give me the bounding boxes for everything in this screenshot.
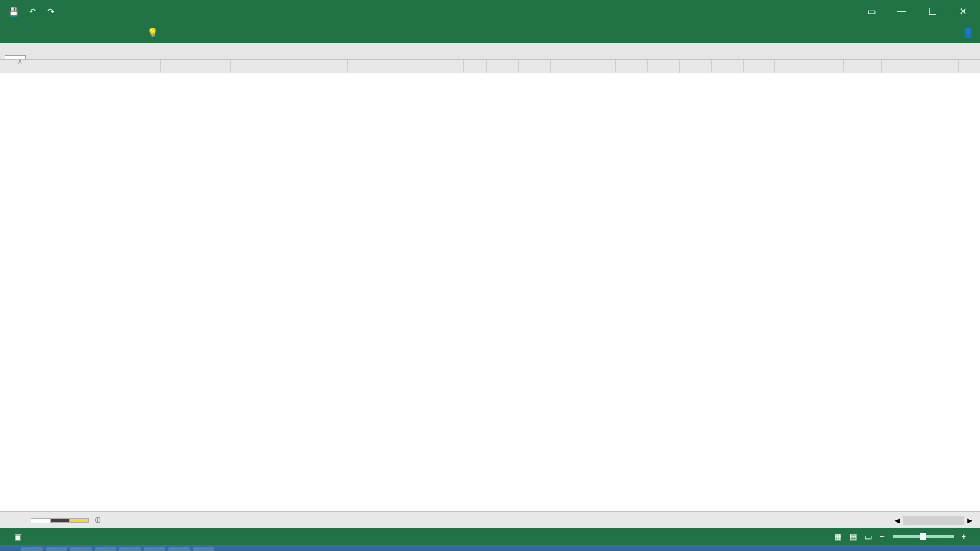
add-sheet-icon[interactable]: ⊕ xyxy=(94,515,101,525)
col-M[interactable] xyxy=(712,60,744,73)
col-O[interactable] xyxy=(775,60,805,73)
col-L[interactable] xyxy=(680,60,712,73)
select-all[interactable] xyxy=(0,60,18,73)
col-P[interactable] xyxy=(805,60,844,73)
sheet-area xyxy=(0,73,980,511)
sheet-tab-archive[interactable] xyxy=(50,518,70,523)
scroll-left-icon[interactable]: ◄ xyxy=(893,516,901,525)
save-icon[interactable]: 💾 xyxy=(6,4,21,19)
col-A[interactable] xyxy=(18,60,161,73)
zoom-out-icon[interactable]: − xyxy=(880,532,884,541)
opera-icon[interactable]: O xyxy=(46,547,67,551)
col-I[interactable] xyxy=(583,60,616,73)
col-H[interactable] xyxy=(551,60,583,73)
ribbon: 💡 👤 xyxy=(0,23,980,43)
redo-icon[interactable]: ↷ xyxy=(43,4,58,19)
chrome-icon[interactable]: 🟢 xyxy=(95,547,116,551)
titlebar: 💾 ↶ ↷ ▭ — ☐ ✕ xyxy=(0,0,980,23)
share-button[interactable]: 👤 xyxy=(962,28,974,38)
maximize-icon[interactable]: ☐ xyxy=(922,6,943,17)
explorer-icon[interactable]: 📁 xyxy=(70,547,92,551)
filetab-close-icon[interactable]: × xyxy=(18,57,22,66)
undo-icon[interactable]: ↶ xyxy=(24,4,40,19)
zoom-in-icon[interactable]: + xyxy=(962,532,966,541)
col-Q[interactable] xyxy=(844,60,882,73)
app1-icon[interactable]: 🖥 xyxy=(119,547,141,551)
col-J[interactable] xyxy=(616,60,648,73)
minimize-icon[interactable]: — xyxy=(891,6,913,17)
tell-me[interactable]: 💡 xyxy=(147,28,162,38)
view-normal-icon[interactable]: ▦ xyxy=(834,532,841,542)
col-E[interactable] xyxy=(464,60,487,73)
excel-icon[interactable]: X xyxy=(144,547,165,551)
col-S[interactable] xyxy=(920,60,959,73)
filetab-bar: × xyxy=(0,43,980,60)
ie-icon[interactable]: 🌐 xyxy=(21,547,43,551)
col-G[interactable] xyxy=(519,60,551,73)
macro-rec-icon[interactable]: ▣ xyxy=(14,532,21,542)
ribbon-options-icon[interactable]: ▭ xyxy=(861,6,882,17)
col-N[interactable] xyxy=(744,60,775,73)
col-K[interactable] xyxy=(648,60,680,73)
view-break-icon[interactable]: ▭ xyxy=(864,532,872,542)
col-F[interactable] xyxy=(487,60,519,73)
hscrollbar[interactable] xyxy=(903,516,964,525)
statusbar: ▣ ▦ ▤ ▭ − + xyxy=(0,528,980,545)
sheet-tabs: ⊕ ◄ ► xyxy=(0,511,980,528)
app2-icon[interactable]: 🖼 xyxy=(168,547,190,551)
col-D[interactable] xyxy=(348,60,464,73)
close-icon[interactable]: ✕ xyxy=(952,6,974,17)
column-headers xyxy=(0,60,980,73)
sheet-tab-list[interactable] xyxy=(31,518,51,523)
zoom-slider[interactable] xyxy=(893,535,954,538)
scroll-right-icon[interactable]: ► xyxy=(965,516,974,525)
col-R[interactable] xyxy=(882,60,920,73)
col-B[interactable] xyxy=(161,60,231,73)
taskbar: 🌐 O 📁 🟢 🖥 X 🖼 🖼 xyxy=(0,545,980,551)
sheet-tab-support[interactable] xyxy=(69,518,89,523)
filetab[interactable]: × xyxy=(5,55,26,59)
col-C[interactable] xyxy=(231,60,348,73)
app3-icon[interactable]: 🖼 xyxy=(193,547,214,551)
view-layout-icon[interactable]: ▤ xyxy=(849,532,857,542)
